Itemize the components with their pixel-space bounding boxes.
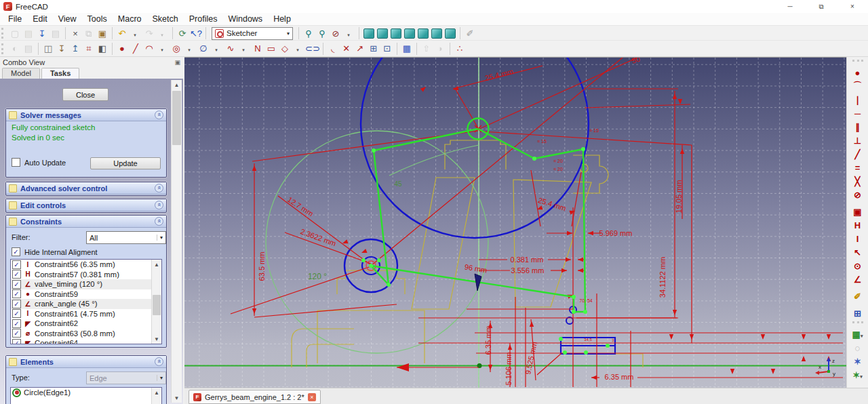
bspline-menu-icon[interactable]: ▾ <box>237 43 250 57</box>
extend-edge-icon[interactable]: ↗ <box>353 42 367 56</box>
workbench-selector[interactable]: Sketcher▾ <box>212 27 293 40</box>
polygon-menu-icon[interactable]: ▾ <box>291 43 304 57</box>
constraint-checkbox[interactable]: ✓ <box>12 289 21 298</box>
map-sketch-icon[interactable]: ◫ <box>41 42 55 56</box>
constraints-scrollbar[interactable]: ▲ ▼ <box>151 260 161 344</box>
update-button[interactable]: Update <box>90 157 161 169</box>
attach-sketch-icon[interactable]: ↧ <box>55 42 68 56</box>
menu-file[interactable]: File <box>3 13 27 25</box>
constraint-angle-icon[interactable]: ∠ <box>848 272 867 286</box>
view-rear-icon[interactable] <box>418 28 429 39</box>
float-panel-icon[interactable]: ▣ <box>174 59 180 66</box>
document-tab[interactable]: F Gerrys_beam_engine_1.2 : 2* × <box>189 390 321 404</box>
arc-menu-icon[interactable]: ▾ <box>155 43 169 57</box>
draw-style-icon[interactable]: ⊘ <box>329 26 342 40</box>
constraint-row[interactable]: ✓⌀Constraint63 (50.8 mm) <box>11 329 161 339</box>
toggle-driving-constraint-icon[interactable]: ✐ <box>848 289 867 303</box>
conic-menu-icon[interactable]: ▾ <box>210 43 223 57</box>
zoom-box-icon[interactable]: ⚲ <box>302 26 315 40</box>
constraint-parallel-icon[interactable]: ∥ <box>848 120 867 134</box>
scroll-up-icon[interactable]: ▲ <box>152 260 161 269</box>
undo-icon[interactable]: ↶ <box>115 26 129 40</box>
close-button[interactable]: Close <box>62 88 108 101</box>
constraint-row[interactable]: ✓●Constraint59 <box>11 289 161 300</box>
constraint-filter-select[interactable]: All▾ <box>86 231 166 244</box>
constraint-row[interactable]: ✓∠valve_timing (120 °) <box>11 279 161 289</box>
external-geometry-icon[interactable]: ⊞ <box>367 42 380 56</box>
whats-this-icon[interactable]: ↖? <box>189 26 203 40</box>
collapse-section-icon[interactable]: « <box>155 201 163 209</box>
view-axonometric-icon[interactable] <box>363 28 374 39</box>
view-top-icon[interactable] <box>391 28 401 39</box>
menu-windows[interactable]: Windows <box>222 13 268 25</box>
constraint-checkbox[interactable]: ✓ <box>12 309 21 318</box>
constraint-checkbox[interactable]: ✓ <box>12 270 21 279</box>
scroll-down-icon[interactable]: ▼ <box>172 393 182 403</box>
constraint-row[interactable]: ✓∠crank_angle (45 °) <box>11 299 161 309</box>
clone-icon[interactable]: ⊞ <box>848 306 867 320</box>
constraint-block-icon[interactable]: ⊘ <box>848 188 867 201</box>
constraint-horizontal-distance-icon[interactable]: H <box>848 218 867 232</box>
close-window-button[interactable]: × <box>837 0 868 13</box>
scroll-up-icon[interactable]: ▲ <box>152 388 161 397</box>
constraint-point-on-object-icon[interactable]: ⌒ <box>848 79 867 93</box>
auto-update-checkbox[interactable] <box>12 158 20 167</box>
constraint-row[interactable]: ✓IConstraint61 (4.75 mm) <box>11 309 161 319</box>
constraint-coincident-icon[interactable]: ● <box>848 66 867 79</box>
constraint-vertical-distance-icon[interactable]: I <box>848 232 867 245</box>
constraint-row[interactable]: ✓◤Constraint64 <box>11 338 161 344</box>
constraint-row[interactable]: ✓◤Constraint62 <box>11 319 161 329</box>
circle-menu-icon[interactable]: ▾ <box>182 43 196 57</box>
measure-distance-icon[interactable]: ✐ <box>463 26 477 40</box>
edit-sketch-icon[interactable]: ∴ <box>453 42 467 56</box>
constraint-row[interactable]: ✓HConstraint57 (0.381 mm) <box>11 270 161 280</box>
constraint-checkbox[interactable]: ✓ <box>12 329 21 338</box>
constraint-checkbox[interactable]: ✓ <box>12 280 21 289</box>
zoom-icon[interactable]: ⚲ <box>315 26 329 40</box>
bspline-knot-multiplicity-icon[interactable]: ✶ <box>848 355 867 368</box>
minimize-button[interactable]: ─ <box>774 0 806 13</box>
menu-help[interactable]: Help <box>268 13 296 25</box>
view-right-icon[interactable] <box>404 28 415 39</box>
toggle-construction-icon[interactable]: ▦ <box>400 42 414 56</box>
3d-view[interactable]: 25.4 mm5012.7 mm2.3622 mm63.5 mm120 °459… <box>184 57 846 388</box>
constraint-lock-icon[interactable]: ▣ <box>848 205 867 218</box>
create-arc-icon[interactable]: ◠ <box>142 42 156 56</box>
trim-edge-icon[interactable]: ✕ <box>340 42 353 56</box>
constraint-vertical-icon[interactable]: ∣ <box>848 93 867 106</box>
bspline-comb-icon[interactable]: ◌ <box>848 341 867 355</box>
elements-scrollbar[interactable]: ▲ <box>151 388 161 404</box>
view-bottom-icon[interactable] <box>431 28 442 39</box>
create-slot-icon[interactable]: ⊂⊃ <box>305 42 320 56</box>
collapse-section-icon[interactable]: « <box>155 110 163 119</box>
create-fillet-icon[interactable]: ◟ <box>326 42 340 56</box>
restore-button[interactable]: ⧉ <box>806 0 837 13</box>
merge-sketches-icon[interactable]: ◧ <box>96 42 109 56</box>
paste-icon[interactable]: ▣ <box>96 26 109 40</box>
constraint-tangent-icon[interactable]: ╱ <box>848 147 867 161</box>
menu-sketch[interactable]: Sketch <box>147 13 184 25</box>
constraint-perpendicular-icon[interactable]: ⊥ <box>848 134 867 147</box>
undo-menu-icon[interactable]: ▾ <box>128 28 142 41</box>
create-rectangle-icon[interactable]: ▭ <box>264 42 278 56</box>
create-polyline-icon[interactable]: N <box>251 42 264 56</box>
create-conic-icon[interactable]: ∅ <box>197 42 210 56</box>
panel-scrollbar[interactable]: ▲ ▼ <box>171 80 182 403</box>
constraint-equal-icon[interactable]: = <box>848 161 867 174</box>
constraint-symmetric-icon[interactable]: ╳ <box>848 174 867 188</box>
tab-tasks[interactable]: Tasks <box>41 68 79 79</box>
constraint-checkbox[interactable]: ✓ <box>12 260 21 269</box>
menu-tools[interactable]: Tools <box>82 13 113 25</box>
constraint-row[interactable]: ✓IConstraint56 (6.35 mm) <box>11 260 161 270</box>
constraint-radius-icon[interactable]: ⊙ <box>848 259 867 272</box>
create-polygon-icon[interactable]: ◇ <box>278 42 292 56</box>
create-line-icon[interactable]: ╱ <box>129 42 142 56</box>
constraint-horizontal-icon[interactable]: ─ <box>848 106 867 120</box>
constraint-checkbox[interactable]: ✓ <box>12 319 21 328</box>
collapse-section-icon[interactable]: « <box>155 357 163 366</box>
create-bspline-icon[interactable]: ∿ <box>224 42 237 56</box>
create-circle-icon[interactable]: ◎ <box>170 42 183 56</box>
scroll-up-icon[interactable]: ▲ <box>172 80 182 89</box>
bspline-insert-knot-icon[interactable]: ✶▾ <box>848 368 867 382</box>
constraint-checkbox[interactable]: ✓ <box>12 300 21 308</box>
